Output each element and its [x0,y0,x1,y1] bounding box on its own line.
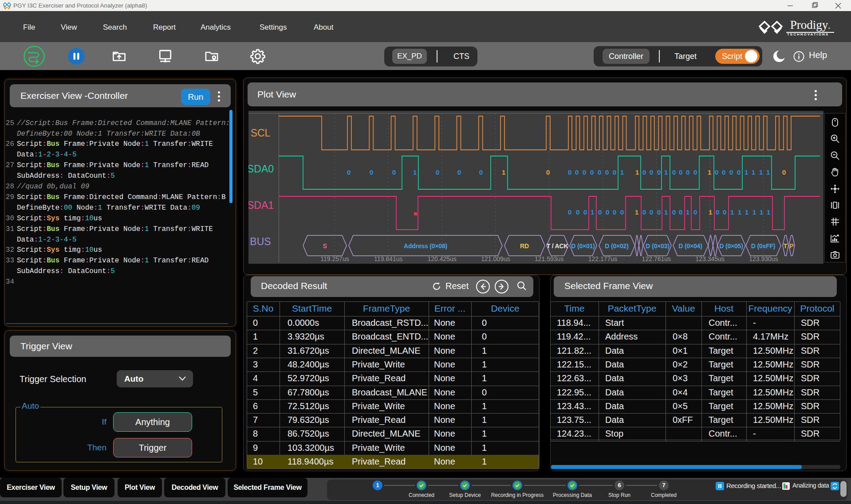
svg-text:0: 0 [613,168,617,176]
svg-text:0: 0 [716,208,720,216]
svg-text:1: 1 [664,208,668,216]
svg-text:0: 0 [693,208,697,216]
svg-text:0: 0 [657,168,661,176]
svg-text:122.177us: 122.177us [588,255,617,262]
svg-text:SCL: SCL [251,127,271,139]
svg-text:S: S [323,242,327,250]
svg-text:1: 1 [686,208,690,216]
svg-text:0: 0 [722,168,726,176]
svg-text:0: 0 [606,208,610,216]
svg-text:0: 0 [457,168,461,176]
svg-text:0: 0 [679,168,683,176]
svg-text:0: 0 [598,168,602,176]
svg-text:0: 0 [568,168,572,176]
svg-text:0: 0 [613,208,617,216]
svg-text:0: 0 [686,168,690,176]
svg-text:Address (0×08): Address (0×08) [404,242,447,250]
svg-text:D (0xFF): D (0xFF) [751,242,775,250]
svg-text:122.761us: 122.761us [642,255,671,262]
svg-text:120.425us: 120.425us [427,255,456,262]
svg-text:RD: RD [520,242,529,250]
svg-text:1: 1 [760,208,764,216]
svg-text:0: 0 [568,208,572,216]
svg-text:0: 0 [715,168,719,176]
svg-text:1: 1 [635,208,639,216]
svg-text:121.593us: 121.593us [535,255,563,262]
svg-text:1: 1 [591,208,595,216]
svg-text:0: 0 [583,208,587,216]
svg-text:0: 0 [672,168,676,176]
svg-text:0: 0 [620,208,624,216]
svg-text:1: 1 [766,168,770,176]
svg-text:0: 0 [650,208,654,216]
svg-text:0: 0 [693,168,697,176]
svg-text:D (0×05): D (0×05) [719,242,743,250]
svg-text:T / ACK: T / ACK [547,242,568,250]
svg-text:1: 1 [413,168,417,176]
svg-text:0: 0 [672,208,676,216]
svg-text:0: 0 [598,208,602,216]
svg-text:123.345us: 123.345us [695,255,724,262]
svg-text:1: 1 [635,168,639,176]
svg-text:1: 1 [767,208,771,216]
svg-text:0: 0 [590,168,594,176]
svg-text:1: 1 [708,168,712,176]
svg-text:1: 1 [620,168,624,176]
svg-text:0: 0 [370,168,374,176]
svg-text:P: P [789,242,793,250]
svg-text:121.009us: 121.009us [481,255,510,262]
svg-text:0: 0 [479,168,483,176]
svg-text:0: 0 [782,168,786,176]
svg-text:1: 1 [664,168,668,176]
svg-text:1: 1 [730,208,734,216]
svg-text:1: 1 [738,208,742,216]
svg-text:D (0×04): D (0×04) [678,242,702,250]
svg-text:0: 0 [642,168,646,176]
svg-text:D (0×03): D (0×03) [646,242,669,250]
svg-text:0: 0 [576,208,580,216]
svg-text:0: 0 [605,168,609,176]
svg-text:0: 0 [657,208,661,216]
svg-text:SDA1: SDA1 [248,199,274,211]
svg-text:1: 1 [709,208,713,216]
svg-text:119.841us: 119.841us [374,255,402,262]
svg-text:0: 0 [436,168,440,176]
svg-text:0: 0 [723,208,727,216]
svg-text:0: 0 [642,208,646,216]
svg-text:0: 0 [575,168,579,176]
svg-text:BUS: BUS [250,236,271,247]
svg-text:0: 0 [650,168,654,176]
svg-text:1: 1 [502,168,506,176]
svg-text:123.930us: 123.930us [749,255,778,262]
svg-text:119.257us: 119.257us [320,255,349,262]
svg-text:0: 0 [679,208,683,216]
svg-text:0: 0 [347,168,351,176]
svg-text:0: 0 [583,168,587,176]
svg-text:D (0×01): D (0×01) [571,242,595,250]
svg-text:1: 1 [745,208,749,216]
svg-text:0: 0 [729,168,733,176]
svg-text:0: 0 [737,168,741,176]
svg-text:0: 0 [546,168,550,176]
svg-text:1: 1 [752,168,756,176]
svg-text:T: T [784,242,788,250]
svg-text:0: 0 [392,168,396,176]
svg-text:1: 1 [753,208,756,216]
svg-text:D (0×02): D (0×02) [605,242,628,250]
svg-text:SDA0: SDA0 [248,163,274,175]
svg-text:1: 1 [759,168,763,176]
svg-text:1: 1 [745,168,749,176]
